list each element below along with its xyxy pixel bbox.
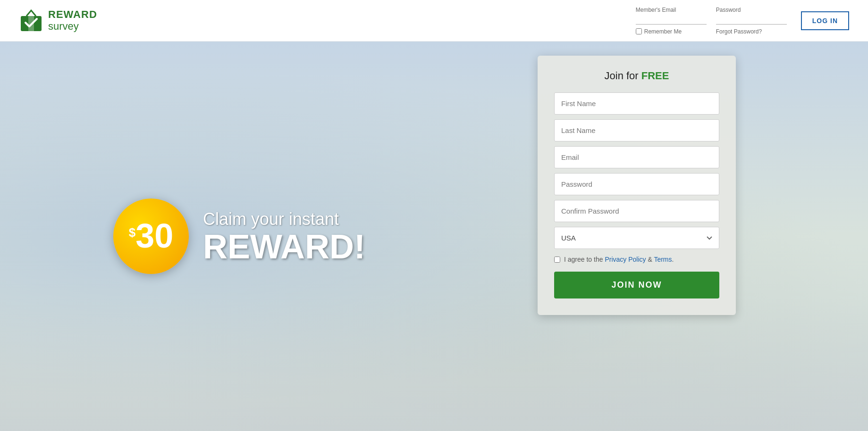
agree-row: I agree to the Privacy Policy & Terms. <box>554 256 719 263</box>
remember-label: Remember Me <box>636 28 707 35</box>
password-label: Password <box>716 7 787 13</box>
agree-text: I agree to the Privacy Policy & Terms. <box>564 256 674 263</box>
country-select[interactable]: USA Canada UK Australia Other <box>554 227 719 249</box>
privacy-policy-link[interactable]: Privacy Policy <box>605 256 646 263</box>
join-now-button[interactable]: JOIN NOW <box>554 272 719 298</box>
logo-survey: survey <box>48 21 97 32</box>
logo: REWARD survey <box>19 8 97 33</box>
first-name-input[interactable] <box>554 92 719 115</box>
reward-text: Claim your instant REWARD! <box>203 209 365 263</box>
confirm-password-input[interactable] <box>554 200 719 222</box>
login-fields: Member's Email Remember Me Password Forg… <box>636 7 787 35</box>
logo-icon <box>19 8 43 33</box>
form-title: Join for FREE <box>554 70 719 82</box>
password-field-group: Password Forgot Password? <box>716 7 787 35</box>
reward-amount: 30 <box>135 222 173 250</box>
email-label: Member's Email <box>636 7 707 13</box>
last-name-input[interactable] <box>554 119 719 141</box>
dollar-sign: $ <box>129 226 135 239</box>
form-title-prefix: Join for <box>605 70 641 82</box>
email-input[interactable] <box>554 146 719 168</box>
forgot-password-link[interactable]: Forgot Password? <box>716 28 787 35</box>
logo-reward: REWARD <box>48 9 97 20</box>
hero-section: $ 30 Claim your instant REWARD! Join for… <box>0 41 868 431</box>
claim-line: Claim your instant <box>203 209 365 229</box>
form-title-free: FREE <box>641 70 669 82</box>
password-input[interactable] <box>554 173 719 195</box>
header-password-input[interactable] <box>716 15 787 25</box>
reward-circle: $ 30 <box>113 199 189 274</box>
terms-link[interactable]: Terms <box>654 256 672 263</box>
header-right: Member's Email Remember Me Password Forg… <box>636 7 849 35</box>
site-header: REWARD survey Member's Email Remember Me… <box>0 0 868 41</box>
login-button[interactable]: LOG IN <box>801 11 849 30</box>
agree-checkbox[interactable] <box>554 257 560 263</box>
logo-text: REWARD survey <box>48 9 97 32</box>
signup-form-panel: Join for FREE USA Canada UK Australia Ot… <box>538 56 736 315</box>
reward-big-text: REWARD! <box>203 230 365 264</box>
hero-couch-decoration <box>0 299 868 431</box>
member-email-input[interactable] <box>636 15 707 25</box>
remember-checkbox[interactable] <box>636 28 642 34</box>
email-field-group: Member's Email Remember Me <box>636 7 707 35</box>
promo-area: $ 30 Claim your instant REWARD! <box>113 199 365 274</box>
